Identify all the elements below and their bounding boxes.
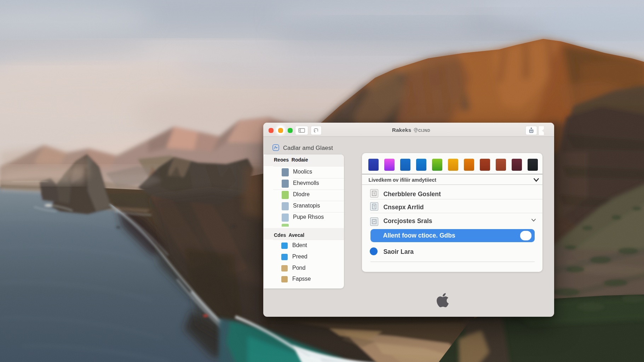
svg-text:T: T [373,192,375,195]
